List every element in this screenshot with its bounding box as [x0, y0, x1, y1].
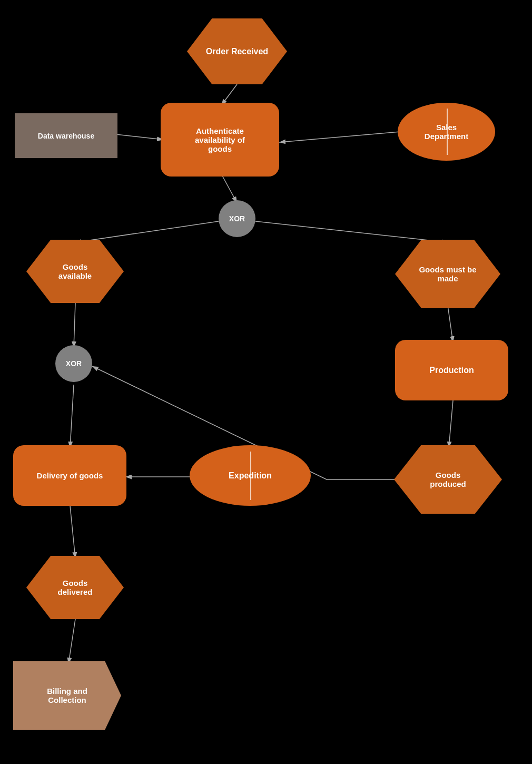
goods-must-be-made-node: Goods must be made	[395, 240, 500, 308]
svg-line-11	[70, 385, 74, 448]
flowchart-diagram: Order Received Authenticate availability…	[0, 0, 532, 764]
order-received-node: Order Received	[187, 18, 287, 84]
expedition-node: Expedition	[190, 445, 311, 506]
goods-available-node: Goods available	[26, 240, 124, 303]
sales-department-node: Sales Department	[398, 103, 495, 161]
xor1-node: XOR	[219, 200, 255, 237]
delivery-of-goods-node: Delivery of goods	[13, 445, 126, 506]
xor2-node: XOR	[55, 345, 92, 382]
production-node: Production	[395, 340, 508, 400]
data-warehouse-node: Data warehouse	[15, 113, 117, 158]
goods-delivered-node: Goodsdelivered	[26, 556, 124, 619]
svg-line-7	[74, 303, 75, 348]
authenticate-node: Authenticate availability of goods	[161, 103, 279, 177]
svg-line-2	[116, 134, 163, 140]
svg-line-1	[221, 84, 237, 105]
svg-line-4	[221, 174, 237, 203]
goods-produced-node: Goods produced	[394, 445, 502, 514]
svg-line-12	[70, 506, 75, 559]
svg-line-9	[449, 400, 453, 448]
svg-line-8	[448, 306, 453, 342]
svg-line-13	[68, 619, 75, 664]
billing-and-collection-node: Billing and Collection	[13, 661, 121, 730]
svg-line-3	[279, 132, 400, 142]
svg-line-5	[75, 221, 219, 242]
svg-line-6	[255, 221, 448, 242]
